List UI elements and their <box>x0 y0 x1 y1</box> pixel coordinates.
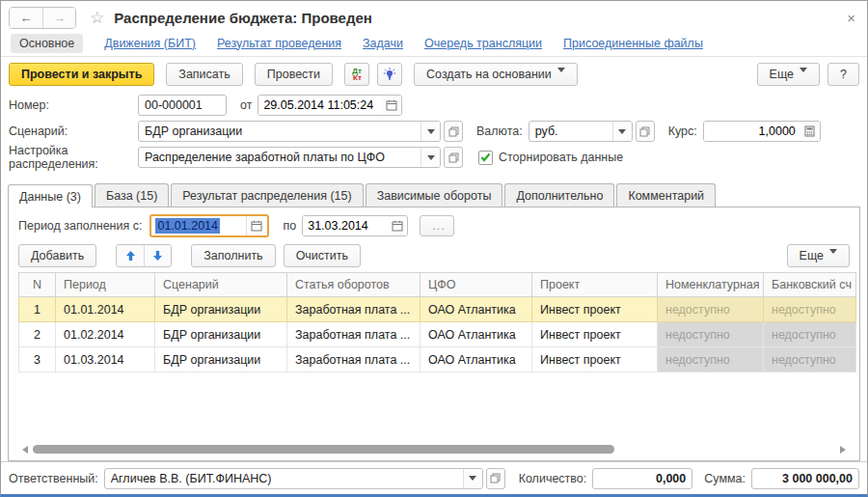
column-header[interactable]: ЦФО <box>420 273 532 297</box>
grid-more-button[interactable]: Еще <box>787 244 850 267</box>
rate-label: Курс: <box>668 124 697 138</box>
setting-field[interactable] <box>139 148 420 167</box>
scenario-open-icon[interactable] <box>444 121 463 142</box>
column-header[interactable]: N <box>19 273 56 297</box>
period-to-field[interactable] <box>303 216 388 235</box>
column-header[interactable]: Проект <box>532 273 658 297</box>
quantity-field[interactable] <box>592 468 692 489</box>
nav-item-translation-queue[interactable]: Очередь трансляции <box>424 37 542 50</box>
period-to-calendar-icon[interactable] <box>388 216 407 235</box>
table-cell[interactable]: 3 <box>19 347 56 373</box>
post-and-close-button[interactable]: Провести и закрыть <box>9 63 154 86</box>
table-cell[interactable]: Заработная плата ... <box>287 297 420 322</box>
table-cell[interactable]: 01.03.2014 <box>56 347 155 373</box>
column-header[interactable]: Сценарий <box>155 273 287 297</box>
table-cell[interactable]: 01.02.2014 <box>56 322 155 347</box>
favorite-star-icon[interactable]: ☆ <box>90 8 104 28</box>
more-button[interactable]: Еще <box>757 63 820 86</box>
table-cell[interactable]: Заработная плата ... <box>287 322 420 347</box>
table-cell[interactable]: ОАО Атлантика <box>420 322 532 347</box>
column-header[interactable]: Статья оборотов <box>287 273 420 297</box>
scroll-right-icon[interactable] <box>840 446 850 454</box>
calendar-icon[interactable] <box>382 96 401 115</box>
table-row[interactable]: 2 01.02.2014 БДР организации Заработная … <box>19 322 856 347</box>
number-field[interactable] <box>138 95 227 116</box>
tab-comment[interactable]: Комментарий <box>616 183 716 207</box>
nav-item-tasks[interactable]: Задачи <box>363 37 403 50</box>
table-row[interactable]: 1 01.01.2014 БДР организации Заработная … <box>19 297 856 322</box>
report-structure-button[interactable] <box>377 63 402 86</box>
period-more-button[interactable]: ... <box>420 215 454 236</box>
scenario-dropdown-icon[interactable] <box>420 122 440 141</box>
column-header[interactable]: Период <box>56 273 155 297</box>
table-cell[interactable]: ОАО Атлантика <box>420 297 532 322</box>
fill-button[interactable]: Заполнить <box>191 244 275 267</box>
column-header[interactable]: Номенклатурная г... <box>658 273 764 297</box>
scroll-left-icon[interactable] <box>18 446 28 454</box>
setting-open-icon[interactable] <box>444 147 463 168</box>
nav-item-attached-files[interactable]: Присоединенные файлы <box>563 37 703 50</box>
calculator-icon[interactable] <box>800 122 820 141</box>
column-header[interactable]: Банковский сч <box>764 273 856 297</box>
document-window: ← → ☆ Распределение бюджета: Проведен × … <box>0 0 868 497</box>
currency-dropdown-icon[interactable] <box>612 122 632 141</box>
add-row-button[interactable]: Добавить <box>18 244 96 267</box>
date-field[interactable] <box>258 96 382 115</box>
rate-field[interactable] <box>704 122 800 141</box>
tab-data[interactable]: Данные (3) <box>8 184 93 207</box>
table-cell[interactable]: БДР организации <box>155 322 287 347</box>
post-button[interactable]: Провести <box>255 63 333 86</box>
close-icon[interactable]: × <box>843 10 859 26</box>
nav-item-main[interactable]: Основное <box>11 34 83 53</box>
scenario-label: Сценарий: <box>9 124 138 138</box>
create-based-on-button[interactable]: Создать на основании <box>414 63 578 86</box>
tab-distribution-result[interactable]: Результат распределения (15) <box>171 183 363 207</box>
nav-item-posting-result[interactable]: Результат проведения <box>217 37 341 50</box>
responsible-combo <box>104 468 483 489</box>
back-button[interactable]: ← <box>10 8 42 28</box>
period-from-field[interactable]: 01.01.2014 <box>149 214 269 237</box>
table-cell[interactable]: Инвест проект <box>532 347 658 373</box>
title-bar: ← → ☆ Распределение бюджета: Проведен × <box>1 1 867 30</box>
horizontal-scrollbar[interactable] <box>18 442 850 456</box>
currency-field[interactable] <box>529 122 612 141</box>
reverse-data-checkbox[interactable] <box>478 151 493 165</box>
tab-dependent-turnovers[interactable]: Зависимые обороты <box>366 183 503 207</box>
table-cell: недоступно <box>764 297 856 322</box>
period-from-value: 01.01.2014 <box>155 218 220 234</box>
help-button[interactable]: ? <box>827 63 859 86</box>
number-label: Номер: <box>9 98 138 112</box>
responsible-open-icon[interactable] <box>486 468 505 489</box>
responsible-field[interactable] <box>105 469 463 488</box>
table-row[interactable]: 3 01.03.2014 БДР организации Заработная … <box>19 347 856 373</box>
table-cell[interactable]: БДР организации <box>155 347 287 373</box>
period-to-label: по <box>283 219 296 233</box>
currency-open-icon[interactable] <box>636 121 655 142</box>
clear-button[interactable]: Очистить <box>284 244 361 267</box>
sum-field[interactable] <box>751 468 859 489</box>
period-from-calendar-icon[interactable] <box>246 216 265 235</box>
tab-base[interactable]: База (15) <box>95 183 169 207</box>
scrollbar-thumb[interactable] <box>33 445 614 454</box>
table-cell: недоступно <box>658 297 764 322</box>
nav-item-movements[interactable]: Движения (БИТ) <box>104 37 196 50</box>
move-row-buttons <box>116 244 172 267</box>
table-cell[interactable]: 01.01.2014 <box>56 297 155 322</box>
move-up-icon[interactable] <box>117 245 144 266</box>
table-cell[interactable]: Инвест проект <box>532 297 658 322</box>
table-cell[interactable]: 2 <box>19 322 56 347</box>
move-down-icon[interactable] <box>144 245 171 266</box>
table-cell[interactable]: 1 <box>19 297 56 322</box>
table-cell[interactable]: Заработная плата ... <box>287 347 420 373</box>
table-cell[interactable]: БДР организации <box>155 297 287 322</box>
write-button[interactable]: Записать <box>166 63 242 86</box>
responsible-dropdown-icon[interactable] <box>463 469 482 488</box>
table-cell[interactable]: Инвест проект <box>532 322 658 347</box>
table-cell[interactable]: ОАО Атлантика <box>420 347 532 373</box>
tab-additional[interactable]: Дополнительно <box>504 183 614 207</box>
dt-kt-button[interactable]: ДтКт <box>344 63 369 86</box>
forward-button[interactable]: → <box>42 8 75 28</box>
scenario-field[interactable] <box>139 122 420 141</box>
scrollbar-track[interactable] <box>33 445 840 454</box>
setting-dropdown-icon[interactable] <box>420 148 440 167</box>
